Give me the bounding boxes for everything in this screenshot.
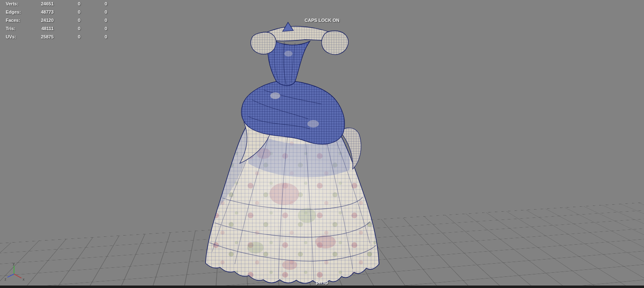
hud-value: 0 bbox=[87, 34, 107, 39]
axis-z-label: z bbox=[5, 277, 7, 281]
hud-value: 24120 bbox=[23, 18, 54, 23]
hud-value: 0 bbox=[60, 34, 80, 39]
hud-value: 0 bbox=[87, 9, 107, 14]
axis-x-label: x bbox=[23, 277, 25, 281]
dress-model[interactable] bbox=[0, 0, 644, 288]
hud-value: 48773 bbox=[23, 9, 54, 14]
axis-z-line bbox=[7, 274, 14, 277]
hud-value: 0 bbox=[60, 18, 80, 23]
axis-y-label: y bbox=[13, 262, 15, 266]
axis-x-line bbox=[14, 274, 21, 278]
camera-name-label: persp bbox=[316, 280, 328, 285]
axis-gizmo: y x z bbox=[3, 262, 26, 285]
hud-value: 0 bbox=[87, 26, 107, 31]
hud-label: Tris: bbox=[6, 26, 15, 31]
hud-label: Faces: bbox=[6, 18, 20, 23]
viewport-3d[interactable]: Verts: 24651 0 0 Edges: 48773 0 0 Faces:… bbox=[0, 0, 644, 288]
hud-label: Verts: bbox=[6, 1, 19, 6]
hud-value: 25875 bbox=[23, 34, 54, 39]
hud-value: 0 bbox=[87, 18, 107, 23]
hud-value: 0 bbox=[60, 9, 80, 14]
bottom-edge-bar bbox=[0, 286, 644, 288]
hud-value: 0 bbox=[60, 26, 80, 31]
hud-value: 0 bbox=[87, 1, 107, 6]
hud-value: 24651 bbox=[23, 1, 54, 6]
hud-label: Edges: bbox=[6, 9, 21, 14]
hud-value: 48111 bbox=[23, 26, 54, 31]
hud-label: UVs: bbox=[6, 34, 16, 39]
hud-value: 0 bbox=[60, 1, 80, 6]
caps-lock-indicator: CAPS LOCK ON bbox=[304, 18, 339, 23]
